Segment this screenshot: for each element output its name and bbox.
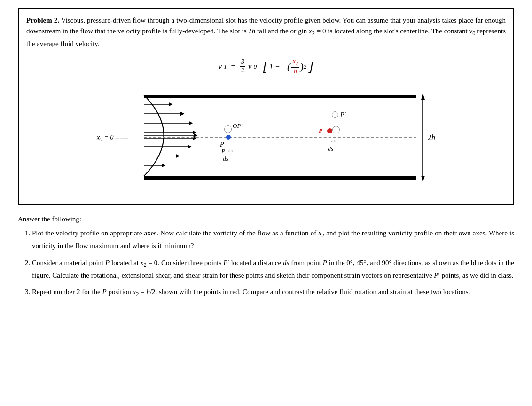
centerline	[144, 137, 416, 138]
svg-text:2h: 2h	[428, 133, 435, 141]
answers-section: Answer the following: Plot the velocity …	[18, 215, 514, 299]
problem-text: Problem 2. Viscous, pressure-driven flow…	[26, 15, 506, 49]
question-2: Consider a material point P located at x…	[32, 258, 514, 281]
velocity-formula: v1 = 3 2 v0 [ 1 − ( x2 h ) 2 ]	[219, 58, 313, 76]
p-prime-circle-right-top	[332, 111, 338, 118]
svg-marker-11	[421, 176, 425, 181]
p-label-right: P	[319, 127, 322, 134]
velocity-profile-svg	[141, 95, 235, 176]
flow-diagram: x2 = 0 ------ OP′ P P ↔ ds P′ P	[97, 86, 435, 189]
p-prime-label-center: OP′	[233, 122, 242, 130]
answers-title: Answer the following:	[18, 215, 514, 223]
svg-marker-10	[421, 94, 425, 100]
ds-label-right: ↔ ds	[325, 137, 337, 153]
bottom-wall	[144, 176, 416, 180]
question-1: Plot the velocity profile on appropriate…	[32, 228, 514, 251]
questions-list: Plot the velocity profile on appropriate…	[18, 228, 514, 299]
formula-section: v1 = 3 2 v0 [ 1 − ( x2 h ) 2 ]	[26, 58, 506, 76]
problem-block: Problem 2. Viscous, pressure-driven flow…	[18, 8, 514, 205]
red-dot-h2	[327, 128, 332, 133]
question-3: Repeat number 2 for the P position x2 = …	[32, 287, 514, 299]
ds-label-center: P ↔ ds	[221, 147, 234, 163]
problem-label: Problem 2.	[26, 16, 59, 24]
p-prime-label-right: P′	[340, 111, 346, 119]
p-prime-circle-right	[332, 126, 340, 133]
2h-dimension-arrow: 2h	[411, 94, 435, 181]
problem-intro: Viscous, pressure-driven flow through a …	[26, 16, 506, 47]
x2-zero-label: x2 = 0 ------	[97, 134, 128, 143]
diagram-section: x2 = 0 ------ OP′ P P ↔ ds P′ P	[26, 86, 506, 189]
